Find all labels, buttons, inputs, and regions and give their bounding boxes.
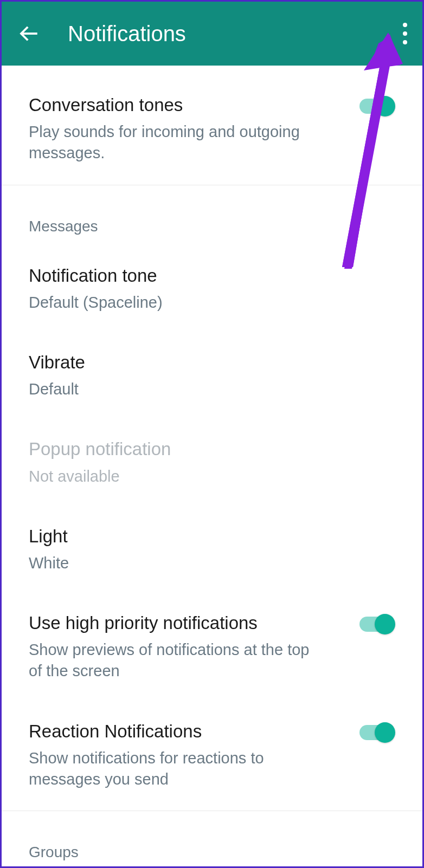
- groups-section-header: Groups: [2, 811, 422, 868]
- menu-dot-icon: [403, 23, 407, 27]
- setting-title: Popup notification: [29, 438, 395, 460]
- toggle-thumb: [375, 96, 395, 116]
- setting-title: Reaction Notifications: [29, 720, 311, 742]
- light-row[interactable]: Light White: [2, 508, 422, 594]
- setting-subtitle: Not available: [29, 466, 395, 487]
- page-title: Notifications: [68, 22, 186, 46]
- setting-subtitle: Show notifications for reactions to mess…: [29, 748, 311, 790]
- high-priority-row[interactable]: Use high priority notifications Show pre…: [2, 594, 422, 703]
- high-priority-toggle[interactable]: [358, 614, 395, 634]
- setting-text: Use high priority notifications Show pre…: [29, 612, 311, 682]
- settings-content: Conversation tones Play sounds for incom…: [2, 66, 422, 868]
- setting-text: Light White: [29, 525, 395, 574]
- setting-text: Popup notification Not available: [29, 438, 395, 487]
- menu-dot-icon: [403, 40, 407, 44]
- setting-title: Notification tone: [29, 264, 395, 287]
- app-header: Notifications: [2, 2, 422, 66]
- setting-title: Light: [29, 525, 395, 547]
- setting-subtitle: Default (Spaceline): [29, 292, 395, 313]
- setting-subtitle: Play sounds for incoming and outgoing me…: [29, 121, 348, 164]
- setting-subtitle: Default: [29, 379, 395, 400]
- toggle-thumb: [375, 614, 395, 634]
- setting-title: Vibrate: [29, 351, 395, 373]
- setting-text: Vibrate Default: [29, 351, 395, 400]
- conversation-tones-toggle[interactable]: [358, 96, 395, 116]
- setting-subtitle: White: [29, 553, 395, 574]
- conversation-tones-row[interactable]: Conversation tones Play sounds for incom…: [2, 66, 422, 185]
- messages-section-header: Messages: [2, 185, 422, 247]
- setting-subtitle: Show previews of notifications at the to…: [29, 639, 311, 682]
- setting-text: Reaction Notifications Show notification…: [29, 720, 311, 791]
- back-button[interactable]: [12, 17, 45, 50]
- reaction-notifications-toggle[interactable]: [358, 722, 395, 743]
- menu-dot-icon: [403, 31, 407, 36]
- vibrate-row[interactable]: Vibrate Default: [2, 334, 422, 420]
- toggle-thumb: [375, 722, 395, 743]
- reaction-notifications-row[interactable]: Reaction Notifications Show notification…: [2, 703, 422, 811]
- setting-text: Notification tone Default (Spaceline): [29, 264, 395, 313]
- setting-title: Use high priority notifications: [29, 612, 311, 634]
- more-options-button[interactable]: [403, 23, 407, 44]
- setting-text: Conversation tones Play sounds for incom…: [29, 94, 348, 164]
- setting-title: Conversation tones: [29, 94, 348, 116]
- popup-notification-row: Popup notification Not available: [2, 420, 422, 507]
- notification-tone-row[interactable]: Notification tone Default (Spaceline): [2, 247, 422, 334]
